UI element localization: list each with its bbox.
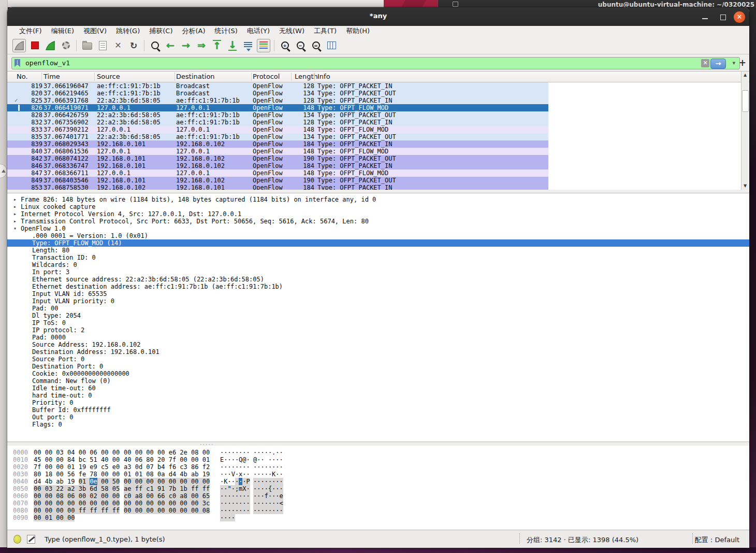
capture-options-button[interactable] xyxy=(59,39,72,52)
column-separator[interactable] xyxy=(291,73,292,81)
selected-byte[interactable]: 0e xyxy=(90,478,97,485)
expert-info-icon[interactable] xyxy=(13,535,21,544)
zoom-in-button[interactable]: + xyxy=(278,39,292,52)
hex-bytes[interactable]: ········ xyxy=(220,507,250,514)
detail-line[interactable]: Wildcards: 0 xyxy=(7,261,749,268)
detail-line[interactable]: ▸Internet Protocol Version 4, Src: 127.0… xyxy=(7,210,749,218)
go-first-button[interactable]: ↑ xyxy=(210,39,224,52)
detail-line[interactable]: Length: 80 xyxy=(7,247,749,254)
hex-bytes[interactable]: ·P xyxy=(242,478,250,485)
minimize-button[interactable] xyxy=(700,11,711,23)
scrollbar-thumb[interactable] xyxy=(742,90,749,112)
hex-bytes[interactable]: 40 06 80 20 7f 00 00 01 xyxy=(124,456,210,463)
packet-list-header[interactable]: No.TimeSourceDestinationProtocolLengthIn… xyxy=(7,72,749,82)
add-filter-button[interactable]: + xyxy=(739,58,746,68)
detail-line[interactable]: Buffer Id: 0xffffffff xyxy=(7,406,749,414)
detail-line[interactable]: Dl type: 2054 xyxy=(7,312,749,319)
packet-row[interactable]: 82537.06639176822:a2:3b:6d:58:05ae:ff:c1… xyxy=(7,97,548,104)
reload-button[interactable]: ↻ xyxy=(127,39,140,52)
hex-bytes[interactable]: ··"·;mX· xyxy=(220,485,250,492)
expanded-arrow-icon[interactable]: ▾ xyxy=(13,225,17,232)
detail-line[interactable]: Out port: 0 xyxy=(7,414,749,421)
hex-bytes[interactable]: 01 01 08 0a d4 4b ab 19 xyxy=(124,471,210,478)
scroll-up-arrow[interactable]: ▲ xyxy=(742,72,749,79)
detail-line[interactable]: .000 0001 = Version: 1.0 (0x01) xyxy=(7,232,749,239)
hex-bytes[interactable]: 00 01 00 00 xyxy=(34,514,75,521)
hex-bytes[interactable]: 00 00 00 00 ff ff ff ff xyxy=(34,507,120,514)
zoom-out-button[interactable]: − xyxy=(294,39,307,52)
detail-line[interactable]: Type: OFPT_FLOW_MOD (14) xyxy=(7,239,749,247)
column-header[interactable]: Protocol xyxy=(253,73,280,80)
packet-row[interactable]: 81937.066196047ae:ff:c1:91:7b:1bBroadcas… xyxy=(7,82,548,90)
menu-item[interactable]: 跳转(G) xyxy=(111,26,144,36)
hex-bytes[interactable]: d4 4b ab 19 xyxy=(34,478,79,485)
packet-list-scrollbar[interactable]: ▲ ▼ xyxy=(741,72,749,190)
packet-row[interactable]: 82637.066419071127.0.0.1127.0.0.1OpenFlo… xyxy=(7,104,548,111)
collapsed-arrow-icon[interactable]: ▸ xyxy=(13,203,17,210)
column-header[interactable]: Time xyxy=(43,73,60,80)
menu-item[interactable]: 帮助(H) xyxy=(341,26,374,36)
maximize-button[interactable] xyxy=(717,11,729,23)
title-bar[interactable]: *any ✕ xyxy=(7,7,749,26)
hex-bytes[interactable]: 80 18 00 56 fe 78 00 00 xyxy=(34,471,120,478)
stop-capture-button[interactable] xyxy=(28,39,41,52)
detail-line[interactable]: Input VLAN id: 65535 xyxy=(7,290,749,297)
hex-bytes[interactable]: ········ xyxy=(253,507,283,514)
menu-item[interactable]: 捕获(C) xyxy=(144,26,177,36)
packet-row[interactable]: 84037.068061536127.0.0.1127.0.0.1OpenFlo… xyxy=(7,148,548,155)
menu-item[interactable]: 视图(V) xyxy=(79,26,111,36)
collapsed-arrow-icon[interactable]: ▸ xyxy=(13,210,17,218)
hex-bytes[interactable]: 45 00 00 84 bc 51 40 00 xyxy=(34,456,120,463)
hex-bytes[interactable]: 00 50 xyxy=(97,478,120,485)
auto-scroll-button[interactable] xyxy=(241,39,255,52)
go-last-button[interactable]: ↓ xyxy=(226,39,239,52)
column-header[interactable]: Source xyxy=(97,73,120,80)
hex-bytes[interactable]: E····Q@· xyxy=(220,456,250,463)
menu-item[interactable]: 统计(S) xyxy=(210,26,242,36)
column-header[interactable]: No. xyxy=(17,73,28,80)
resize-columns-button[interactable] xyxy=(325,39,338,52)
hex-bytes[interactable]: ·····.·· xyxy=(253,449,283,456)
collapsed-arrow-icon[interactable]: ▸ xyxy=(13,196,17,203)
hex-bytes[interactable]: 00 00 00 00 00 00 00 00 xyxy=(124,478,210,485)
find-packet-button[interactable] xyxy=(148,39,162,52)
menu-item[interactable]: 文件(F) xyxy=(14,26,47,36)
packet-row[interactable]: 85337.068758530192.168.0.102192.168.0.10… xyxy=(7,184,548,190)
packet-row[interactable]: 83937.068029343192.168.0.101192.168.0.10… xyxy=(7,140,548,148)
detail-line[interactable]: ▸Linux cooked capture xyxy=(7,203,749,210)
hex-bytes[interactable]: ········ xyxy=(220,449,250,456)
detail-line[interactable]: Pad: 0000 xyxy=(7,334,749,341)
filter-dropdown-caret[interactable]: ▾ xyxy=(732,60,735,66)
display-filter-input[interactable]: openflow_v1 ✕ → ▾ xyxy=(11,57,740,69)
packet-row[interactable]: 83337.067390212127.0.0.1127.0.0.1OpenFlo… xyxy=(7,126,548,133)
column-header[interactable]: Destination xyxy=(176,73,215,80)
colorize-button[interactable] xyxy=(257,39,270,52)
hex-bytes[interactable]: ·K·· xyxy=(220,478,235,485)
packet-row[interactable]: 83537.06740177122:a2:3b:6d:58:05ae:ff:c1… xyxy=(7,133,548,140)
hex-bytes[interactable]: a3 0d 07 b4 f6 c3 86 f2 xyxy=(124,463,210,471)
collapsed-arrow-icon[interactable]: ▸ xyxy=(13,218,17,225)
menu-item[interactable]: 电话(Y) xyxy=(242,26,274,36)
hex-bytes[interactable]: @·· ···· xyxy=(253,456,283,463)
detail-line[interactable]: Destination Port: 0 xyxy=(7,363,749,370)
menu-item[interactable]: 编辑(E) xyxy=(47,26,79,36)
detail-line[interactable]: Source Port: 0 xyxy=(7,356,749,363)
open-file-button[interactable] xyxy=(80,39,94,52)
packet-row[interactable]: 84237.068074122192.168.0.101192.168.0.10… xyxy=(7,155,548,162)
detail-line[interactable]: hard time-out: 0 xyxy=(7,392,749,399)
detail-line[interactable]: Ethernet source address: 22:a2:3b:6d:58:… xyxy=(7,276,749,283)
detail-line[interactable]: ▾OpenFlow 1.0 xyxy=(7,225,749,232)
save-file-button[interactable] xyxy=(96,39,109,52)
hex-bytes[interactable]: 7f 00 00 01 19 e9 c5 e0 xyxy=(34,463,120,471)
detail-line[interactable]: Input VLAN priority: 0 xyxy=(7,297,749,305)
hex-bytes[interactable]: ae ff c1 91 7b 1b ff ff xyxy=(124,485,210,492)
filter-apply-button[interactable]: → xyxy=(710,59,726,69)
hex-bytes[interactable]: 00 00 00 00 00 00 00 08 xyxy=(124,507,210,514)
detail-line[interactable]: IP ToS: 0 xyxy=(7,319,749,327)
start-capture-button[interactable] xyxy=(12,39,26,52)
detail-line[interactable]: ▸Transmission Control Protocol, Src Port… xyxy=(7,218,749,225)
hex-bytes[interactable]: ········ xyxy=(220,492,250,500)
column-separator[interactable] xyxy=(94,73,95,81)
detail-line[interactable]: Command: New flow (0) xyxy=(7,377,749,385)
packet-row[interactable]: 84637.068336747192.168.0.101192.168.0.10… xyxy=(7,162,548,169)
